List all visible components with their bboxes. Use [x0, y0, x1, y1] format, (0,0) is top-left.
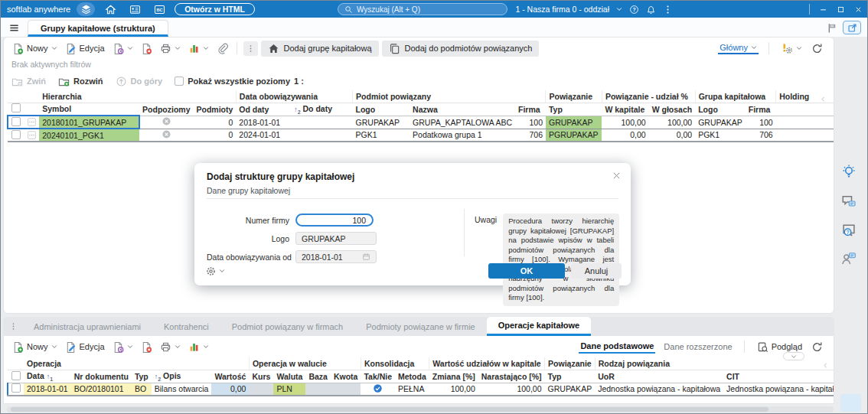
- close-icon[interactable]: [612, 171, 622, 181]
- group-operacja[interactable]: Operacja: [24, 357, 249, 370]
- row-checkbox[interactable]: [11, 130, 21, 139]
- delete-button[interactable]: [139, 340, 155, 354]
- cell-od-daty[interactable]: 2018-01-01: [236, 116, 291, 129]
- group-wartosc-udzialow[interactable]: Wartość udziałów w kapitale: [429, 357, 545, 370]
- tab-grupy-kapitalowe[interactable]: Grupy kapitałowe (struktura): [28, 20, 168, 37]
- row-checkbox[interactable]: [11, 117, 21, 126]
- group-powiazanie-udzial[interactable]: Powiązanie - udział %: [602, 90, 695, 103]
- more-actions-button[interactable]: [243, 41, 258, 56]
- copy-button[interactable]: [110, 340, 135, 354]
- col-logo[interactable]: Logo: [353, 103, 410, 116]
- view-selector[interactable]: Główny: [718, 42, 759, 54]
- cell-kurs[interactable]: [249, 383, 273, 396]
- group-data-obowiazywania[interactable]: Data obowiązywania: [236, 90, 352, 103]
- group-powiazanie[interactable]: Powiązanie: [546, 90, 602, 103]
- cell-w-kapitale[interactable]: 0,00: [602, 129, 648, 142]
- edit-button[interactable]: Edycja: [63, 340, 107, 354]
- print-button[interactable]: [158, 41, 183, 56]
- row-select-cell[interactable]: [8, 129, 24, 142]
- calendar-icon[interactable]: [362, 253, 370, 261]
- maximize-icon[interactable]: [837, 5, 845, 14]
- cell-logo[interactable]: PGK1: [353, 129, 410, 142]
- attachments-button[interactable]: [214, 41, 230, 56]
- company-selector[interactable]: 1 - Nasza firma 0 - oddział: [515, 5, 609, 14]
- col-podmioty[interactable]: Podmioty: [194, 103, 237, 116]
- settings-warning-button[interactable]: [779, 41, 804, 56]
- cell-w-kapitale[interactable]: 100,00: [602, 116, 648, 129]
- scroll-left-icon[interactable]: [820, 96, 827, 103]
- home-icon[interactable]: [101, 2, 119, 16]
- cell-gk-logo[interactable]: PGK1: [695, 129, 746, 142]
- cell-uor[interactable]: Jednostka powiązana - kapitałowa: [595, 383, 723, 396]
- col-firma[interactable]: Firma: [515, 103, 546, 116]
- cell-cit[interactable]: Jednostka powiązana - kapitałowa: [723, 383, 834, 396]
- refresh-icon[interactable]: [811, 43, 823, 54]
- cell-podpoziomy[interactable]: [139, 129, 193, 142]
- col-narastajaco[interactable]: Narastająco [%]: [478, 370, 545, 383]
- cell-waluta[interactable]: PLN: [273, 383, 305, 396]
- cell-data[interactable]: 2018-01-01: [24, 383, 71, 396]
- delete-button[interactable]: [139, 41, 155, 56]
- col-cit[interactable]: CIT: [723, 370, 834, 383]
- cell-do-daty[interactable]: [291, 116, 352, 129]
- cell-firma[interactable]: 100: [515, 116, 546, 129]
- horizontal-scrollbar[interactable]: [7, 406, 834, 412]
- support-contact-icon[interactable]: [841, 251, 857, 266]
- expand-button[interactable]: Rozwiń: [58, 76, 103, 87]
- open-in-html-button[interactable]: Otwórz w HTML: [175, 3, 255, 15]
- show-levels-checkbox[interactable]: [175, 77, 184, 86]
- select-all-checkbox-cell[interactable]: [8, 370, 24, 383]
- cell-w-glosach[interactable]: 100,00: [649, 116, 696, 129]
- col-uor[interactable]: UoR: [595, 370, 723, 383]
- cell-baza[interactable]: [305, 383, 331, 396]
- row-menu-cell[interactable]: [24, 129, 40, 142]
- edit-button[interactable]: Edycja: [63, 41, 107, 56]
- chart-button[interactable]: [186, 340, 211, 354]
- cell-od-daty[interactable]: 2024-01-01: [236, 129, 291, 142]
- new-button[interactable]: Nowy: [10, 41, 60, 56]
- col-symbol[interactable]: Symbol: [39, 103, 139, 116]
- col-zmiana[interactable]: Zmiana [%]: [429, 370, 478, 383]
- row-checkbox[interactable]: [11, 383, 21, 393]
- tab-kontrahenci[interactable]: Kontrahenci: [152, 317, 220, 336]
- cell-holding[interactable]: [776, 116, 834, 129]
- row-select-cell[interactable]: [8, 116, 24, 129]
- cell-symbol[interactable]: 20240101_PGK1: [39, 129, 139, 142]
- segment-dane-rozszerzone[interactable]: Dane rozszerzone: [662, 341, 733, 353]
- group-konsolidacja[interactable]: Konsolidacja: [361, 357, 429, 370]
- collapse-panel-button[interactable]: [783, 352, 804, 360]
- scroll-left-icon[interactable]: [822, 362, 829, 369]
- add-to-related-button[interactable]: Dodaj do podmiotów powiązanych: [382, 41, 540, 57]
- col-pow-typ[interactable]: Typ: [545, 370, 596, 383]
- table-row[interactable]: 2018-01-01 BO/20180101 BO Bilans otwarci…: [8, 383, 834, 396]
- new-button[interactable]: Nowy: [10, 340, 60, 354]
- col-wartosc[interactable]: Wartość: [211, 370, 249, 383]
- add-capital-group-button[interactable]: Dodaj grupę kapitałową: [261, 41, 379, 57]
- chart-button[interactable]: [186, 41, 211, 56]
- row-menu-icon[interactable]: [28, 131, 36, 139]
- report-flag-icon[interactable]: [827, 22, 838, 34]
- print-button[interactable]: [158, 340, 183, 354]
- scrollbar-thumb[interactable]: [11, 407, 768, 412]
- cell-podpoziomy[interactable]: [139, 116, 193, 129]
- cell-metoda[interactable]: PEŁNA: [395, 383, 429, 396]
- group-hierarchia[interactable]: Hierarchia: [39, 90, 236, 103]
- notifications-bell-icon[interactable]: [646, 5, 656, 15]
- copy-button[interactable]: [110, 41, 135, 56]
- cell-zmiana[interactable]: 100,00: [429, 383, 478, 396]
- col-kurs[interactable]: Kurs: [249, 370, 273, 383]
- cell-pow-typ[interactable]: GRUPAKAP: [545, 383, 596, 396]
- cell-podmioty[interactable]: 0: [194, 116, 237, 129]
- go-up-button[interactable]: Do góry: [116, 76, 163, 87]
- col-w-glosach[interactable]: W głosach: [649, 103, 696, 116]
- open-external-button[interactable]: [843, 21, 861, 34]
- cell-nr-dokumentu[interactable]: BO/20180101: [71, 383, 132, 396]
- cell-holding[interactable]: [776, 129, 834, 142]
- cell-gk-firma[interactable]: 100: [746, 116, 776, 129]
- idea-bulb-icon[interactable]: [841, 164, 857, 179]
- cell-podmioty[interactable]: 0: [194, 129, 237, 142]
- cell-gk-firma[interactable]: 706: [746, 129, 776, 142]
- global-search-input[interactable]: Wyszukaj (Alt + Q): [338, 3, 507, 15]
- col-data[interactable]: Data ↑1: [24, 370, 71, 383]
- minimize-icon[interactable]: [819, 5, 827, 14]
